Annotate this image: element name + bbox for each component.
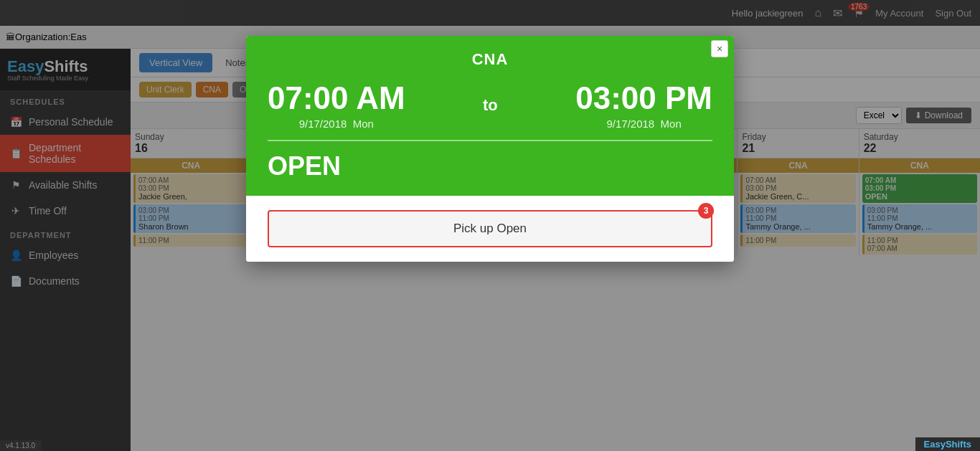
pickup-badge: 3 [698, 203, 714, 219]
shift-detail-modal: × CNA 07:00 AM 9/17/2018 Mon to 03:00 PM… [246, 36, 734, 262]
modal-overlay[interactable]: × CNA 07:00 AM 9/17/2018 Mon to 03:00 PM… [0, 0, 980, 451]
pickup-btn-wrapper: 3 Pick up Open [268, 210, 712, 247]
modal-end-time: 03:00 PM [575, 80, 712, 116]
modal-close-button[interactable]: × [711, 40, 728, 57]
modal-start-time: 07:00 AM [268, 80, 405, 116]
footer-brand: EasyShifts [915, 437, 980, 451]
modal-start-date: 9/17/2018 Mon [268, 118, 405, 130]
pickup-open-button[interactable]: Pick up Open [268, 210, 712, 247]
modal-divider [268, 140, 712, 141]
modal-open-label: OPEN [268, 151, 712, 181]
modal-body: 3 Pick up Open [246, 196, 734, 262]
modal-start-block: 07:00 AM 9/17/2018 Mon [268, 80, 405, 130]
modal-dept-title: CNA [268, 50, 712, 69]
modal-end-block: 03:00 PM 9/17/2018 Mon [575, 80, 712, 130]
version-bar: v4.1.13.0 [0, 440, 41, 451]
modal-times-row: 07:00 AM 9/17/2018 Mon to 03:00 PM 9/17/… [268, 80, 712, 130]
modal-end-date: 9/17/2018 Mon [575, 118, 712, 130]
modal-green-section: CNA 07:00 AM 9/17/2018 Mon to 03:00 PM 9… [246, 36, 734, 196]
modal-to-label: to [483, 96, 498, 115]
